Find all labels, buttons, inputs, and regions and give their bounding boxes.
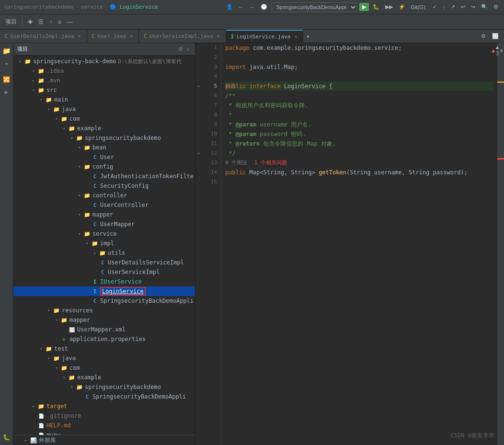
fold-icon-1[interactable] [195,43,202,53]
panel-gear-btn[interactable]: ⚙ [177,46,184,53]
fold-icon-8[interactable] [195,110,202,120]
vcs-update-btn[interactable]: ↑ [441,3,447,11]
panel-close-btn[interactable]: × [185,46,191,53]
project-label[interactable]: 项目 [3,16,19,27]
fold-icon-5[interactable]: ▾ [195,81,202,91]
search-everywhere-btn[interactable]: 🔍 [479,3,490,11]
undo-btn[interactable]: ↩ [459,3,467,11]
git-icon[interactable]: 🔀 [1,74,12,85]
tree-item-userdetailsserviceimpl[interactable]: C UserDetailsServiceImpl [13,258,195,267]
debug-panel-icon[interactable]: 🐛 [1,432,12,443]
run-with-coverage-btn[interactable]: ▶▶ [383,3,395,11]
tree-item-impl[interactable]: 📁 impl [13,239,195,248]
tree-item-java-test[interactable]: 📁 java [13,354,195,363]
tree-item-mapper-pkg[interactable]: 📁 mapper [13,210,195,219]
tree-item-appprops[interactable]: ⚙ application.properties [13,334,195,344]
fold-icon-13[interactable] [195,158,202,168]
toolbar-add-btn[interactable]: ✚ [25,17,35,27]
tree-item-com-test[interactable]: 📁 com [13,363,195,373]
code-editor-area[interactable]: package com.example.springsecuritybackde… [221,43,497,445]
project-view-icon[interactable]: 📁 [1,45,12,57]
fold-icon-3[interactable] [195,62,202,72]
tree-item-securityconfig[interactable]: C SecurityConfig [13,181,195,191]
run-configuration-selector[interactable]: SpringsecurityBackDemoApplication [271,2,357,12]
toolbar-equalizer-btn[interactable]: ≡ [56,17,64,27]
tab-settings-btn[interactable]: ⚙ [479,32,488,41]
tab-userserviceimpl[interactable]: C UserServiceImpl.java × [139,30,226,43]
scroll-track[interactable]: ▲ ▲ 3 ∧ [497,43,504,445]
tree-item-mapper-res[interactable]: 📁 mapper [13,315,195,325]
vcs-check-btn[interactable]: ✓ [431,3,439,11]
breadcrumb-service[interactable]: service [80,4,103,10]
tree-item-src[interactable]: 📁 src [13,85,195,95]
tree-item-controller[interactable]: 📁 controller [13,191,195,200]
user-icon-btn[interactable]: 👤 [224,3,235,11]
breadcrumb-file[interactable]: 🔵 LoginService [110,4,158,10]
tree-item-loginservice[interactable]: I LoginService [13,286,195,296]
tree-item-jwt[interactable]: C JwtAuthenticationTokenFilte [13,171,195,181]
favorites-icon[interactable]: ★ [1,57,12,69]
tree-item-main[interactable]: 📁 main [13,95,195,104]
fold-icon-12[interactable]: ▾ [195,148,202,158]
tree-item-mvn[interactable]: 📁 .mvn [13,76,195,85]
tree-item-gitignore[interactable]: 📄 .gitignore [13,411,195,421]
git-btn[interactable]: Git(G): [409,3,429,11]
tree-item-java-main[interactable]: 📁 java [13,104,195,114]
run-panel-icon[interactable]: ▶ [1,86,12,98]
tree-item-external-libs[interactable]: 📊 外部库 [13,435,195,445]
nav-up-icon[interactable]: ∧ [500,47,503,54]
tree-item-example-test[interactable]: 📁 example [13,373,195,382]
tree-item-usercontroller[interactable]: C UserController [13,200,195,210]
tree-item-springsecurity-test[interactable]: 📁 springsecuritybackdemo [13,382,195,392]
tree-item-root[interactable]: 📁 springsecurity-back-demo D:\系统默认\桌面\博客… [13,57,195,66]
tree-item-usermapper-xml[interactable]: ⬜ UserMapper.xml [13,325,195,334]
toolbar-up-btn[interactable]: ↑ [47,17,55,27]
settings-btn[interactable]: ⚙ [492,3,500,11]
fold-icon-2[interactable] [195,53,202,62]
toolbar-dash-btn[interactable]: — [65,17,75,27]
fold-icon-11[interactable] [195,139,202,148]
tree-item-iuserservice[interactable]: I IUserService [13,277,195,286]
profile-btn[interactable]: ⚡ [397,3,407,11]
tree-item-config[interactable]: 📁 config [13,162,195,171]
tree-item-userserviceimpl[interactable]: C UserServiceImpl [13,267,195,277]
tree-item-idea[interactable]: 📁 .idea [13,66,195,76]
tab-loginservice[interactable]: I LoginService.java × [226,30,304,43]
fold-icon-15[interactable] [195,177,202,187]
tab-close-loginservice[interactable]: × [293,34,298,40]
tree-item-user[interactable]: C User [13,152,195,162]
redo-btn[interactable]: ↪ [469,3,477,11]
fold-icon-4[interactable] [195,72,202,81]
toolbar-list-btn[interactable]: ☰ [36,17,46,27]
debug-btn[interactable]: 🐛 [371,3,381,11]
tabs-overflow-btn[interactable]: ▾ [303,30,312,43]
tab-close-userdetailsimpl[interactable]: × [77,33,81,39]
tree-item-usermapper[interactable]: C UserMapper [13,219,195,229]
tree-item-utils[interactable]: 📁 utils [13,248,195,258]
fold-icon-7[interactable] [195,101,202,110]
tree-item-example[interactable]: 📁 example [13,124,195,133]
tree-item-springapp-test[interactable]: C SpringsecurityBackDemoAppli [13,392,195,401]
tree-item-springapp[interactable]: C SpringsecurityBackDemoAppli [13,296,195,306]
run-button[interactable]: ▶ [359,3,369,11]
tab-userdetailsimpl[interactable]: C UserDetailsImpl.java × [0,30,87,43]
tab-close-user[interactable]: × [129,33,134,39]
tree-item-test[interactable]: 📁 test [13,344,195,354]
tab-user[interactable]: C User.java × [87,30,139,43]
tab-splitright-btn[interactable]: ⬜ [490,32,501,41]
breadcrumb-project[interactable]: springsecuritybackdemo [4,4,74,10]
vcs-push-btn[interactable]: ↗ [449,3,457,11]
fold-icon-14[interactable] [195,168,202,177]
tree-item-resources[interactable]: 📁 resources [13,306,195,315]
recent-files-btn[interactable]: 🕐 [259,3,269,11]
tree-item-target[interactable]: 📁 target [13,401,195,411]
back-btn[interactable]: ← [237,3,246,11]
fold-icon-10[interactable] [195,129,202,139]
tab-close-userserviceimpl[interactable]: × [216,33,221,39]
forward-btn[interactable]: → [248,3,257,11]
tree-item-mvnw[interactable]: 📄 mvnw [13,430,195,435]
tree-item-com[interactable]: 📁 com [13,114,195,124]
tree-item-service-pkg[interactable]: 📁 service [13,229,195,239]
fold-icon-9[interactable] [195,120,202,129]
fold-icon-6[interactable] [195,91,202,101]
